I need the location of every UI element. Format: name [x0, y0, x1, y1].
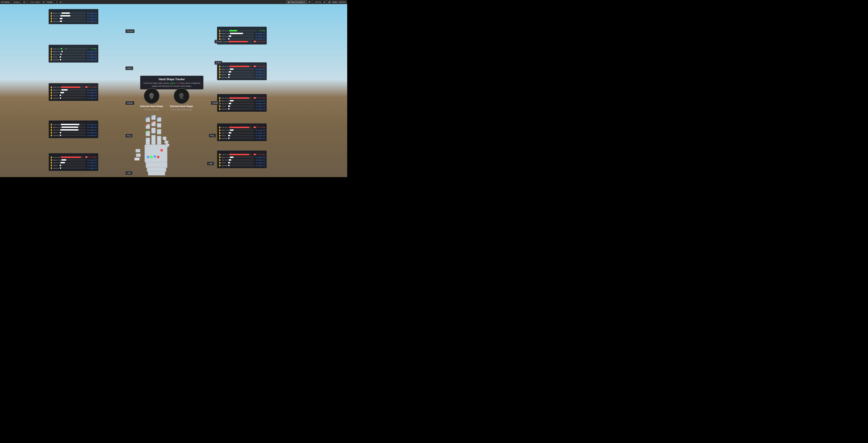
scale-tick: 3: [71, 84, 74, 86]
track-row: ✋Tip CurlNo Target Set: [219, 132, 265, 134]
track-bar-fill: [60, 162, 65, 163]
track-bar-fill: [229, 103, 231, 104]
track-bar-bg: [228, 41, 252, 42]
track-bar-bg: [59, 132, 86, 134]
scale-tick: 8: [87, 46, 90, 47]
scale-tick: 7: [252, 28, 255, 29]
track-row: ✋Spread✕ Out of range: [219, 40, 265, 43]
hand-row-icon: ✋: [50, 53, 53, 55]
left-little-panel: 01234567891✋Full Curl✕ Out of range✋Base…: [49, 153, 98, 171]
track-bar-bg: [61, 86, 84, 88]
track-name-label: ✋Tip Curl: [50, 162, 59, 164]
track-bar-bg: [230, 100, 254, 102]
scale-tick: 6: [80, 122, 84, 123]
game-menu[interactable]: ⊞ Game: [1, 1, 9, 3]
track-name-label: ✋Pinch: [50, 132, 59, 134]
scale-label: Scale: [47, 1, 53, 3]
hand-row-icon: ✋: [50, 48, 53, 50]
track-name-label: ✋Tip Curl: [50, 15, 59, 17]
track-status-label: ✓ In range: [89, 48, 97, 50]
scale-tick: 1: [93, 122, 96, 123]
right-ring-label: Ring: [209, 134, 216, 137]
track-name-label: ✋Tip Curl: [50, 53, 59, 55]
track-bar-bg: [61, 48, 88, 50]
scale-select[interactable]: 1x: [54, 0, 63, 4]
track-bar-fill: [229, 71, 231, 72]
scale-tick: 8: [255, 95, 258, 97]
track-row: ✋Full Curl✕ Out of range: [219, 65, 265, 68]
scale-tick: 0: [230, 64, 233, 65]
track-bar-fill: [230, 33, 243, 34]
svg-rect-23: [151, 115, 153, 116]
eye-select[interactable]: Left Eye: [312, 0, 327, 4]
svg-rect-33: [148, 171, 165, 175]
hand-row-icon: ✋: [219, 132, 221, 134]
scale-tick: 2: [68, 10, 71, 12]
track-status-label: No Target Set: [255, 138, 265, 139]
track-name-label: ✋Base Curl: [219, 68, 229, 70]
left-hand-item: Selected Hand Shape Point Hand Shape: [140, 88, 163, 111]
track-bar-bg: [228, 132, 254, 134]
scale-tick: 9: [258, 152, 261, 153]
track-bar-fill: [229, 30, 237, 31]
play-focused-button[interactable]: ▶ Play Focused ▾: [286, 0, 307, 4]
in-range-marker: [235, 30, 235, 31]
track-bar-fill: [60, 18, 62, 19]
track-status-label: No Target Set: [87, 124, 97, 125]
hand-row-icon: ✋: [50, 162, 53, 164]
right-little-panel: 01234567891✋Full Curl✕ Out of range✋Base…: [217, 150, 267, 168]
track-status-label: No Target Set: [255, 103, 265, 104]
track-bar-bg: [228, 108, 254, 110]
track-name-label: ✋Pinch: [50, 164, 59, 167]
stats-button[interactable]: Stats: [333, 1, 337, 3]
red-text: red: [177, 82, 180, 84]
out-range-marker: [246, 127, 247, 128]
scale-tick: 0: [230, 28, 233, 29]
scale-tick: 3: [239, 125, 242, 126]
track-bar-fill: [61, 87, 80, 88]
track-bar-fill: [60, 95, 61, 96]
scale-tick: 1: [261, 152, 265, 153]
left-hand-label: Selected Hand Shape: [140, 105, 163, 107]
track-status-label: ✕ Out of range: [85, 86, 97, 88]
scale-tick: 0: [230, 152, 233, 153]
svg-rect-28: [150, 156, 153, 158]
scale-tick: 8: [255, 125, 258, 126]
svg-rect-27: [147, 156, 149, 158]
track-bar-fill: [228, 105, 230, 107]
track-name-label: ✋Full Curl: [50, 123, 60, 126]
track-name-label: ✋Tip Curl: [219, 35, 228, 37]
hand-row-icon: ✋: [50, 126, 53, 128]
track-name-label: ✋Full Curl: [219, 154, 228, 156]
hand-row-icon: ✋: [219, 71, 221, 73]
svg-rect-26: [160, 149, 163, 151]
scale-tick: 5: [77, 10, 80, 12]
track-bar-bg: [60, 129, 86, 131]
scale-tick: 5: [246, 64, 249, 65]
track-bar-fill: [60, 97, 61, 99]
track-status-label: No Target Set: [255, 162, 265, 164]
check-badge: ✓: [89, 48, 90, 49]
track-status-label: No Target Set: [87, 89, 97, 91]
track-bar-bg: [229, 127, 252, 128]
display-select[interactable]: Display 1: [11, 0, 26, 4]
scale-tick: 2: [236, 95, 239, 97]
track-row: ✋Base CurlNo Target Set: [50, 50, 97, 53]
track-name-label: ✋Tip Curl: [219, 71, 228, 73]
track-status-label: No Target Set: [87, 127, 97, 128]
tracker-description: Track live finger state values, green / …: [143, 82, 200, 88]
x-badge: ✕: [254, 97, 256, 99]
scale-tick: 5: [77, 122, 80, 123]
gizmos-button[interactable]: Gizmos: [339, 1, 346, 3]
game-icon: ⊞: [1, 1, 3, 3]
scale-tick: 4: [242, 64, 246, 65]
aspect-select[interactable]: Free Aspect: [28, 0, 45, 4]
track-bar-bg: [60, 59, 86, 61]
scale-tick: 0: [61, 46, 64, 47]
scale-tick: 2: [236, 152, 239, 153]
track-bar-bg: [60, 134, 86, 136]
scale-row: 01234567891: [50, 46, 97, 47]
hand-row-icon: ✋: [219, 129, 221, 131]
svg-text:R: R: [183, 98, 185, 100]
scale-tick: 8: [255, 64, 258, 65]
